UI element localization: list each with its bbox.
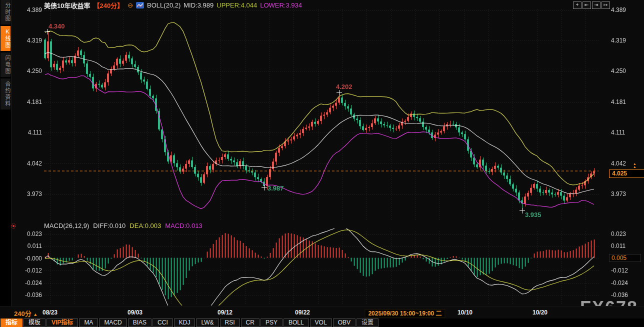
current-price-tag: 4.025 (609, 170, 644, 178)
current-macd-tag: 0.005 (609, 254, 641, 262)
main-y-label-right-1: 4.319 (611, 37, 642, 44)
macd-y-label-right-3: -0.012 (611, 267, 642, 274)
price-annotation-1: 4.202 (336, 83, 352, 90)
compress-axis-icon[interactable]: ⇤ (582, 2, 591, 9)
macd-macd-value: MACD:0.013 (165, 222, 202, 230)
extreme-cross-marker-2 (262, 185, 267, 190)
chart-application-window: 分时图K线图闪电图合约资料 美债10年收益率 【240分】 ⊖ BOLL(20,… (0, 0, 644, 327)
price-annotation-3: 3.935 (525, 211, 542, 218)
price-annotation-2: 3.987 (268, 184, 284, 192)
main-y-label-right-5: 4.042 (611, 160, 642, 167)
x-axis-label-5: 10/10 (458, 309, 472, 316)
period-selector[interactable]: 240分 ▲ (14, 308, 38, 318)
macd-y-label-left-5: -0.036 (11, 292, 42, 298)
x-axis-label-1: 09/03 (128, 309, 142, 316)
footer-button-BOLL[interactable]: BOLL (284, 318, 309, 327)
footer-button-设置[interactable]: 设置 (356, 318, 378, 327)
main-y-label-left-5: 4.042 (11, 160, 42, 167)
footer-button-BIAS[interactable]: BIAS (128, 318, 152, 327)
shift-right-icon[interactable]: ↦ (602, 2, 610, 9)
macd-diff-value: DIFF:0.010 (93, 222, 126, 230)
indicator-toolbar: 指标模板VIP指标MAMACDBIASCCIKDJLW&RSICRPSYBOLL… (0, 318, 644, 327)
macd-y-label-right-1: 0.011 (611, 242, 642, 250)
extreme-cross-marker-0 (44, 29, 50, 34)
footer-button-OBV[interactable]: OBV (333, 318, 356, 327)
main-y-label-right-6: 3.973 (611, 190, 642, 198)
boll-label: BOLL(20,2) (147, 2, 180, 9)
main-y-label-right-0: 4.389 (611, 6, 642, 14)
sidebar-tab-3[interactable]: 合约资料 (0, 78, 10, 110)
sidebar-tab-1[interactable]: K线图 (0, 26, 10, 51)
price-alert-marker-icon: ▲▲ (633, 162, 636, 168)
macd-y-label-left-3: -0.012 (11, 267, 42, 274)
main-y-label-left-0: 4.389 (11, 6, 42, 14)
footer-button-KDJ[interactable]: KDJ (174, 318, 196, 327)
left-sidebar: 分时图K线图闪电图合约资料 (0, 0, 12, 318)
x-axis-label-2: 09/12 (218, 309, 232, 316)
macd-y-label-right-0: 0.023 (611, 230, 642, 238)
main-y-label-left-1: 4.319 (11, 37, 42, 44)
macd-y-label-right-4: -0.024 (611, 280, 642, 286)
footer-button-VOL[interactable]: VOL (310, 318, 332, 327)
x-axis-label-6: 10/20 (532, 309, 548, 316)
main-y-label-right-2: 4.250 (611, 68, 642, 74)
footer-button-VIP指标[interactable]: VIP指标 (46, 318, 78, 327)
boll-upper-value: UPPER:4.044 (216, 2, 257, 9)
boll-mid-value: MID:3.989 (184, 2, 214, 9)
sidebar-tab-0[interactable]: 分时图 (0, 0, 10, 24)
x-axis-label-0: 08/23 (42, 309, 58, 316)
chart-canvas[interactable] (0, 0, 644, 327)
x-axis-row: 240分 ▲ 08/2309/0309/1209/222025/09/30 15… (0, 306, 644, 319)
chart-tools-group: +⇤⇥↦ (573, 2, 610, 9)
symbol-title: 美债10年收益率 (44, 0, 90, 10)
chart-title-bar: 美债10年收益率 【240分】 ⊖ BOLL(20,2) MID:3.989 U… (44, 1, 302, 9)
footer-button-LW&[interactable]: LW& (196, 318, 218, 327)
macd-y-label-left-4: -0.024 (11, 280, 42, 286)
macd-y-label-left-1: 0.011 (11, 242, 42, 250)
period-tag[interactable]: 【240分】 (93, 0, 124, 10)
crosshair-icon[interactable]: + (573, 2, 582, 9)
main-y-label-right-4: 4.111 (611, 129, 642, 136)
extreme-cross-marker-1 (336, 90, 342, 96)
macd-y-label-left-2: -0.000 (11, 255, 42, 262)
main-y-label-left-3: 4.181 (11, 98, 42, 106)
kline-mini-icon[interactable] (136, 2, 144, 8)
period-dropdown-icon: ▲ (33, 312, 38, 317)
remove-indicator-icon[interactable]: ⊖ (128, 2, 133, 9)
macd-y-label-right-5: -0.036 (611, 292, 642, 298)
main-y-label-left-4: 4.111 (11, 129, 42, 136)
alert-dot-icon[interactable] (10, 222, 17, 230)
expand-axis-icon[interactable]: ⇥ (592, 2, 600, 9)
main-y-label-right-3: 4.181 (611, 98, 642, 106)
macd-name: MACD(26,12,9) (44, 222, 89, 230)
footer-button-指标[interactable]: 指标 (0, 318, 22, 327)
footer-button-MACD[interactable]: MACD (99, 318, 126, 327)
selected-candle-date-label: 2025/09/30 15:00~19:00 二 (364, 309, 445, 318)
footer-button-CR[interactable]: CR (241, 318, 260, 327)
main-y-label-left-2: 4.250 (11, 68, 42, 74)
extreme-cross-marker-3 (520, 208, 525, 214)
macd-header: MACD(26,12,9) DIFF:0.010 DEA:0.003 MACD:… (44, 222, 202, 230)
footer-button-模板[interactable]: 模板 (24, 318, 46, 327)
footer-button-CCI[interactable]: CCI (152, 318, 173, 327)
sidebar-tab-2[interactable]: 闪电图 (0, 52, 10, 77)
boll-lower-value: LOWER:3.934 (260, 2, 302, 9)
macd-y-label-left-0: 0.023 (11, 230, 42, 238)
macd-dea-value: DEA:0.003 (130, 222, 161, 230)
footer-button-RSI[interactable]: RSI (220, 318, 240, 327)
footer-button-PSY[interactable]: PSY (260, 318, 282, 327)
main-y-label-left-6: 3.973 (11, 190, 42, 198)
price-annotation-0: 4.340 (48, 22, 65, 30)
x-axis-label-3: 09/22 (295, 309, 310, 316)
footer-button-MA[interactable]: MA (79, 318, 98, 327)
